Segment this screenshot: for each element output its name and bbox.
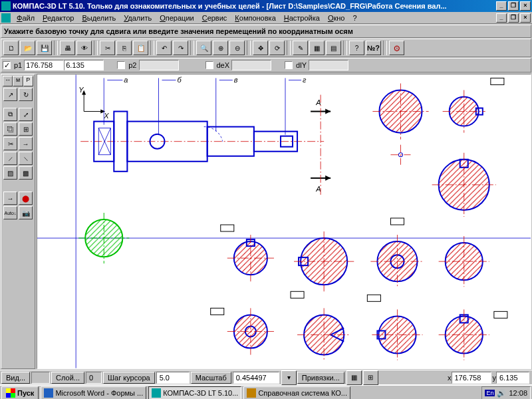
task-kompas[interactable]: КОМПАС-3D LT 5.10...	[148, 386, 241, 399]
tool-hatch[interactable]: ▨	[3, 166, 17, 180]
task-help[interactable]: Справочная система КО...	[243, 386, 350, 399]
refresh-button[interactable]: ⟳	[269, 41, 285, 55]
tool-copy[interactable]: ⿻	[3, 122, 17, 136]
help-button[interactable]: ?	[349, 41, 364, 55]
menu-service[interactable]: Сервис	[198, 13, 231, 23]
tool-rotate[interactable]: ↻	[19, 88, 33, 101]
pan-button[interactable]: ✥	[253, 41, 268, 55]
tool-join[interactable]: ⟍	[19, 152, 33, 165]
work-area: ↔ м P ↗↻ ⧉⤢ ⿻⊞ ✂→ ⟋⟍ ▨▩ →⬤ Auto↓📷	[0, 73, 532, 370]
tool-scale[interactable]: ⤢	[19, 108, 33, 121]
svg-point-85	[446, 316, 483, 353]
mdi-restore-button[interactable]: ❐	[508, 13, 519, 23]
mdi-close-button[interactable]: ×	[520, 13, 531, 23]
svg-text:в: в	[234, 76, 238, 84]
tool-array[interactable]: ⊞	[19, 122, 33, 136]
svg-point-81	[378, 316, 416, 353]
svg-rect-54	[390, 218, 404, 225]
print-button[interactable]: 🖶	[60, 41, 75, 55]
menu-delete[interactable]: Удалить	[120, 13, 156, 23]
zoom-fit-button[interactable]: 🔍	[196, 41, 211, 55]
zoom-out-button[interactable]: ⊖	[229, 41, 245, 55]
open-button[interactable]: 📂	[20, 41, 35, 55]
status-x: 176.758	[452, 372, 491, 384]
tool-trim[interactable]: ✂	[3, 137, 17, 150]
tool-camera[interactable]: 📷	[19, 206, 33, 219]
redo-button[interactable]: ↷	[173, 41, 188, 55]
start-button[interactable]: Пуск	[1, 386, 39, 399]
speaker-icon[interactable]: 🔊	[497, 389, 506, 398]
menu-window[interactable]: Окно	[324, 13, 349, 23]
paste-button[interactable]: 📋	[133, 41, 148, 55]
undo-button[interactable]: ↶	[156, 41, 172, 55]
grid-a-button[interactable]: ▦	[346, 370, 362, 385]
dex-check[interactable]	[205, 61, 213, 69]
menu-operations[interactable]: Операции	[156, 13, 198, 23]
coord-bar: ✓ p1 p2 deX dlY	[1, 58, 531, 72]
tab-a[interactable]: ↔	[3, 76, 13, 86]
p2-check[interactable]	[117, 61, 125, 69]
close-button[interactable]: ×	[520, 1, 531, 11]
main-toolbar: 🗋 📂 💾 🖶 👁 ✂ ⎘ 📋 ↶ ↷ 🔍 ⊕ ⊖ ✥ ⟳ ✎ ▦ ▤ ? №?…	[1, 39, 531, 57]
svg-rect-59	[221, 225, 234, 231]
taskbar: Пуск Microsoft Word - Формы ... КОМПАС-3…	[0, 384, 532, 399]
maximize-button[interactable]: ❐	[508, 1, 519, 11]
dly-input[interactable]	[309, 60, 348, 70]
copy-button[interactable]: ⎘	[116, 41, 132, 55]
grid-b-button[interactable]: ⊞	[363, 370, 378, 385]
status-bar: Вид... Слой... 0 Шаг курсора 5.0 Масштаб…	[0, 370, 532, 384]
p1y-input[interactable]	[64, 60, 104, 70]
zoom-in-button[interactable]: ⊕	[213, 41, 228, 55]
windows-logo-icon	[6, 388, 15, 398]
system-tray[interactable]: En 🔊 12:08	[481, 386, 531, 399]
menu-select[interactable]: Выделить	[78, 13, 120, 23]
tool-move[interactable]: ↗	[3, 88, 17, 101]
snap-button[interactable]: Привязки...	[297, 372, 344, 384]
svg-text:а: а	[124, 76, 128, 84]
tool-extend[interactable]: →	[19, 137, 33, 150]
mdi-minimize-button[interactable]: _	[496, 13, 507, 23]
tool-break[interactable]: ⟋	[3, 152, 17, 165]
layer-button[interactable]: Слой...	[51, 372, 84, 384]
tool-fill[interactable]: ▩	[19, 166, 33, 180]
tab-c[interactable]: P	[23, 76, 33, 86]
new-button[interactable]: 🗋	[3, 41, 19, 55]
tab-b[interactable]: м	[13, 76, 23, 86]
window-title: КОМПАС-3D LT 5.10. Только для ознакомите…	[13, 2, 495, 10]
preview-button[interactable]: 👁	[76, 41, 92, 55]
p1-check[interactable]: ✓	[3, 61, 11, 69]
tool-arrow[interactable]: →	[3, 192, 17, 205]
dly-check[interactable]	[285, 61, 293, 69]
tool-a-button[interactable]: ✎	[293, 41, 308, 55]
save-button[interactable]: 💾	[37, 41, 52, 55]
menu-settings[interactable]: Настройка	[280, 13, 324, 23]
p2x-input[interactable]	[139, 60, 179, 70]
step-value[interactable]: 5.0	[156, 372, 190, 384]
tool-stop[interactable]: ⬤	[19, 192, 33, 205]
tool-mirror[interactable]: ⧉	[3, 108, 17, 121]
svg-text:А: А	[315, 98, 321, 106]
menu-layout[interactable]: Компоновка	[231, 13, 279, 23]
p1x-input[interactable]	[24, 60, 64, 70]
tool-c-button[interactable]: ▤	[326, 41, 341, 55]
tool-b-button[interactable]: ▦	[309, 41, 325, 55]
svg-rect-77	[211, 308, 224, 315]
exit-button[interactable]: ⮿	[389, 41, 404, 55]
step-label: Шаг курсора	[103, 372, 155, 384]
scale-dropdown[interactable]: ▾	[281, 370, 297, 385]
dex-input[interactable]	[231, 60, 271, 70]
left-tool-panel: ↔ м P ↗↻ ⧉⤢ ⿻⊞ ✂→ ⟋⟍ ▨▩ →⬤ Auto↓📷	[1, 74, 35, 369]
menu-editor[interactable]: Редактор	[39, 13, 78, 23]
view-button[interactable]: Вид...	[1, 372, 30, 384]
menu-help[interactable]: ?	[349, 13, 361, 23]
menu-file[interactable]: Файл	[13, 13, 39, 23]
lang-indicator[interactable]: En	[485, 390, 495, 396]
hint-text: Укажите базовую точку для сдвига или вве…	[4, 27, 353, 35]
scale-value[interactable]: 0.454497	[233, 372, 279, 384]
tool-auto[interactable]: Auto↓	[3, 206, 17, 219]
task-word[interactable]: Microsoft Word - Формы ...	[41, 386, 146, 399]
drawing-canvas[interactable]: Y X а б в г	[37, 74, 531, 369]
minimize-button[interactable]: _	[496, 1, 507, 11]
cut-button[interactable]: ✂	[100, 41, 115, 55]
context-help-button[interactable]: №?	[366, 41, 381, 55]
